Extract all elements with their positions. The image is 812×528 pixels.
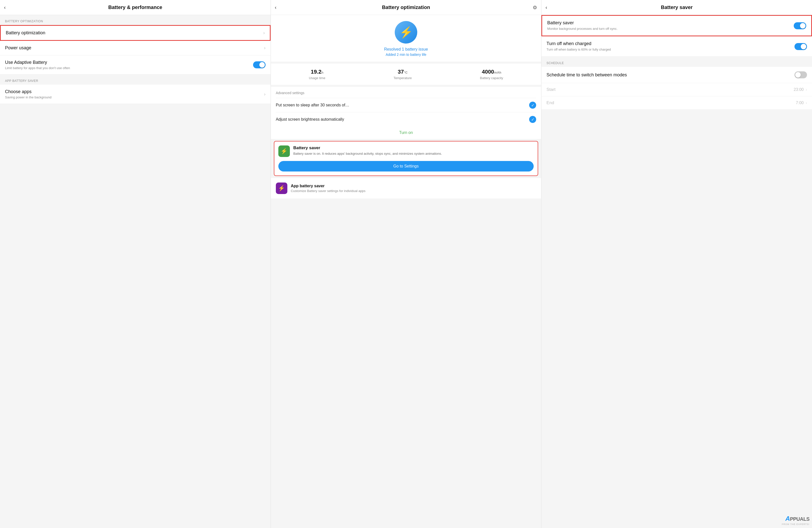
battery-saver-toggle-card: Battery saver Monitor background process… [541,15,812,36]
panel2-content: ⚡ Resolved 1 battery issue Added 2 min t… [271,15,541,528]
temp-label: Temperature [393,76,412,80]
temp-stat: 37°C Temperature [393,69,412,80]
start-label: Start [547,87,794,92]
added-text: Added 2 min to battery life [386,53,426,57]
adaptive-battery-item[interactable]: Use Adaptive Battery Limit battery for a… [0,55,271,75]
battery-saver-toggle-item[interactable]: Battery saver Monitor background process… [541,15,812,36]
battery-circle-icon: ⚡ [395,21,417,44]
end-chevron-icon: › [806,101,807,105]
battery-optimization-item[interactable]: Battery optimization › [0,25,271,41]
resolved-text: Resolved 1 battery issue [384,47,428,52]
adaptive-battery-subtitle: Limit battery for apps that you don't us… [5,66,250,70]
brightness-check-icon: ✓ [529,116,536,123]
usage-label: Usage time [309,76,325,80]
power-usage-chevron: › [264,45,265,51]
panel2-title: Battery optimization [382,4,430,10]
panel2-header: ‹ Battery optimization ⚙ [271,0,541,15]
brightness-setting-item[interactable]: Adjust screen brightness automatically ✓ [276,112,536,126]
watermark-logo: APPUALS [785,515,810,523]
app-saver-bolt-icon: ⚡ [278,185,285,191]
capacity-label: Battery capacity [480,76,503,80]
watermark: APPUALS FROM THE EXPERTS! [782,515,810,526]
battery-optimization-chevron: › [263,30,265,35]
schedule-mode-title: Schedule time to switch between modes [547,72,792,77]
turn-off-charged-item[interactable]: Turn off when charged Turn off when batt… [541,37,812,57]
back-arrow-icon[interactable]: ‹ [4,4,6,10]
battery-saver-toggle[interactable] [794,22,806,29]
schedule-label: SCHEDULE [541,57,812,67]
battery-saver-item-sub: Monitor background processes and turn of… [547,27,791,31]
battery-stats: 19.2h Usage time 37°C Temperature 4000mA… [271,63,541,85]
choose-apps-subtitle: Saving power in the background [5,95,262,99]
panel3-content: Battery saver Monitor background process… [541,15,812,528]
panel3-title: Battery saver [661,4,693,10]
panel-battery-saver: ‹ Battery saver Battery saver Monitor ba… [541,0,812,528]
brightness-setting-text: Adjust screen brightness automatically [276,117,530,122]
saver-bolt-icon: ⚡ [280,148,287,155]
usage-stat: 19.2h Usage time [309,69,325,80]
panel2-back-icon[interactable]: ‹ [275,4,277,10]
saver-card-header: ⚡ Battery saver Battery saver is on. It … [278,145,534,157]
panel-battery-performance: ‹ Battery & performance BATTERY OPTIMIZA… [0,0,271,528]
panel-battery-optimization: ‹ Battery optimization ⚙ ⚡ Resolved 1 ba… [271,0,541,528]
capacity-stat: 4000mAh Battery capacity [480,69,503,80]
temp-value: 37°C [393,69,412,75]
power-usage-item[interactable]: Power usage › [0,41,271,55]
end-value: 7:00 [796,101,804,105]
usage-value: 19.2h [309,69,325,75]
sleep-check-icon: ✓ [529,102,536,109]
section-battery-opt-label: BATTERY OPTIMIZATION [0,15,271,25]
watermark-a: A [785,515,790,522]
panel1-header: ‹ Battery & performance [0,0,271,15]
battery-optimization-title: Battery optimization [6,30,261,35]
start-chevron-icon: › [806,87,807,92]
saver-card-desc: Battery saver is on. It reduces apps' ba… [293,152,442,156]
choose-apps-chevron: › [264,91,265,97]
panel1-content: BATTERY OPTIMIZATION Battery optimizatio… [0,15,271,528]
schedule-mode-item[interactable]: Schedule time to switch between modes [541,67,812,83]
advanced-settings: Advanced settings Put screen to sleep af… [271,87,541,139]
saver-card-title: Battery saver [293,145,442,151]
adaptive-battery-toggle[interactable] [253,61,265,68]
turn-off-charged-title: Turn off when charged [547,41,792,46]
watermark-tagline: FROM THE EXPERTS! [782,523,810,526]
sleep-setting-text: Put screen to sleep after 30 seconds of… [276,103,530,108]
adaptive-battery-title: Use Adaptive Battery [5,60,250,65]
bolt-icon: ⚡ [399,26,413,39]
turn-on-button[interactable]: Turn on [276,126,536,139]
choose-apps-title: Choose apps [5,89,262,95]
start-time-item[interactable]: Start 23:00 › [541,83,812,96]
app-saver-subtitle: Customize Battery saver settings for ind… [291,189,365,193]
choose-apps-item[interactable]: Choose apps Saving power in the backgrou… [0,85,271,104]
app-battery-saver-item[interactable]: ⚡ App battery saver Customize Battery sa… [271,178,541,199]
schedule-mode-toggle[interactable] [795,71,807,79]
power-usage-title: Power usage [5,45,262,51]
start-value: 23:00 [794,87,804,92]
battery-saver-item-title: Battery saver [547,20,791,26]
turn-off-charged-card: Turn off when charged Turn off when batt… [541,37,812,57]
saver-icon-box: ⚡ [278,145,290,157]
end-time-item[interactable]: End 7:00 › [541,96,812,110]
turn-off-charged-sub: Turn off when battery is 60% or fully ch… [547,47,792,52]
panel1-title: Battery & performance [108,4,162,10]
panel3-header: ‹ Battery saver [541,0,812,15]
capacity-value: 4000mAh [480,69,503,75]
app-saver-title: App battery saver [291,184,365,188]
section-app-saver-label: APP BATTERY SAVER [0,75,271,85]
battery-hero: ⚡ Resolved 1 battery issue Added 2 min t… [271,15,541,61]
turn-off-charged-toggle[interactable] [795,43,807,50]
panel3-back-icon[interactable]: ‹ [546,4,547,10]
schedule-card: Schedule time to switch between modes St… [541,67,812,110]
end-label: End [547,100,796,105]
gear-icon[interactable]: ⚙ [533,4,537,11]
go-to-settings-button[interactable]: Go to Settings [278,161,534,171]
app-saver-icon-box: ⚡ [276,183,287,194]
advanced-label: Advanced settings [276,91,536,95]
sleep-setting-item[interactable]: Put screen to sleep after 30 seconds of…… [276,98,536,112]
battery-saver-card[interactable]: ⚡ Battery saver Battery saver is on. It … [274,141,538,176]
